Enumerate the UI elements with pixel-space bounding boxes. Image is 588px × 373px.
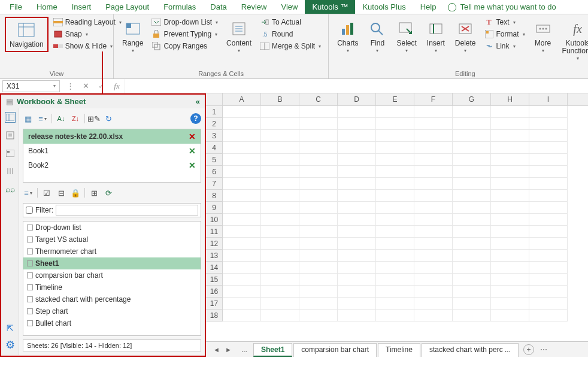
snap-button[interactable]: Snap [51, 29, 124, 40]
cell[interactable] [376, 178, 414, 190]
sheet-checkbox[interactable] [27, 236, 33, 242]
cell[interactable] [453, 166, 491, 178]
cell[interactable] [338, 166, 376, 178]
strip-autotext-icon[interactable] [5, 130, 16, 141]
sheet-tab[interactable]: comparsion bar chart [293, 343, 377, 357]
kutools-functions-button[interactable]: fxKutools Functions▾ [559, 17, 588, 64]
strip-workbook-icon[interactable] [5, 112, 16, 123]
cell[interactable] [414, 274, 453, 286]
cell[interactable] [299, 310, 338, 322]
column-header[interactable]: H [491, 93, 529, 105]
cell[interactable] [529, 166, 568, 178]
column-header[interactable]: E [376, 93, 414, 105]
row-header[interactable]: 2 [206, 118, 223, 130]
row-header[interactable]: 7 [206, 178, 223, 190]
cell[interactable] [223, 154, 261, 166]
cell[interactable] [261, 214, 299, 226]
cell[interactable] [376, 274, 414, 286]
cell[interactable] [261, 190, 299, 202]
cell[interactable] [261, 178, 299, 190]
wb-tools-icon[interactable]: ⊞✎ [89, 113, 99, 124]
cell[interactable] [223, 298, 261, 310]
cell[interactable] [299, 190, 338, 202]
row-header[interactable]: 17 [206, 298, 223, 310]
text-button[interactable]: TText [482, 17, 528, 28]
cell[interactable] [376, 142, 414, 154]
cell[interactable] [261, 166, 299, 178]
sheet-tabs-more[interactable]: ⋯ [535, 344, 552, 356]
cell[interactable] [453, 286, 491, 298]
cell[interactable] [491, 154, 529, 166]
tab-home[interactable]: Home [29, 0, 65, 14]
column-header[interactable]: I [529, 93, 568, 105]
sheet-nav[interactable]: ◄ ► [210, 346, 235, 353]
grid-rows[interactable]: 123456789101112131415161718 [206, 106, 588, 341]
cell[interactable] [453, 262, 491, 274]
cell[interactable] [223, 286, 261, 298]
sheet-checkbox[interactable] [27, 272, 33, 278]
column-header[interactable]: C [299, 93, 338, 105]
cell[interactable] [491, 166, 529, 178]
row-header[interactable]: 16 [206, 286, 223, 298]
sheet-list[interactable]: Drop-down listTarget VS actualThermomete… [23, 221, 201, 336]
sort-az-button[interactable]: A↓ [56, 113, 66, 124]
cell[interactable] [414, 142, 453, 154]
cell[interactable] [299, 178, 338, 190]
cell[interactable] [261, 262, 299, 274]
column-header[interactable]: A [223, 93, 261, 105]
cell[interactable] [261, 298, 299, 310]
insert-function-button[interactable]: fx [109, 81, 125, 91]
cell[interactable] [299, 154, 338, 166]
cell[interactable] [338, 154, 376, 166]
cell[interactable] [453, 142, 491, 154]
row-header[interactable]: 11 [206, 226, 223, 238]
cell[interactable] [223, 214, 261, 226]
sheet-tab[interactable]: stacked chart with perc ... [422, 343, 519, 357]
sheet-checkbox[interactable] [27, 284, 33, 290]
cell[interactable] [491, 310, 529, 322]
sheet-menu-icon[interactable]: ≡ [23, 187, 34, 198]
cell[interactable] [299, 142, 338, 154]
filter-checkbox[interactable] [26, 207, 33, 214]
delete-button[interactable]: Delete▾ [451, 17, 480, 56]
sheet-item[interactable]: comparsion bar chart [23, 269, 201, 281]
cell[interactable] [491, 190, 529, 202]
cell[interactable] [223, 250, 261, 262]
cell[interactable] [453, 226, 491, 238]
refresh-button[interactable]: ↻ [103, 113, 114, 124]
cell[interactable] [299, 118, 338, 130]
cell[interactable] [299, 106, 338, 118]
cell[interactable] [261, 130, 299, 142]
cell[interactable] [529, 298, 568, 310]
cell[interactable] [338, 142, 376, 154]
cell[interactable] [414, 106, 453, 118]
sheet-checkbox[interactable] [27, 320, 33, 326]
tab-help[interactable]: Help [413, 0, 444, 14]
merge-split-button[interactable]: Merge & Split [257, 41, 323, 51]
cell[interactable] [453, 310, 491, 322]
cell[interactable] [223, 166, 261, 178]
drag-handle-icon[interactable]: ▤ [6, 97, 13, 106]
sheet-item[interactable]: Target VS actual [23, 233, 201, 245]
sheet-item[interactable]: Bullet chart [23, 317, 201, 329]
name-box[interactable]: X31▾ [2, 80, 60, 92]
cell[interactable] [453, 298, 491, 310]
cell[interactable] [376, 166, 414, 178]
cell[interactable] [529, 178, 568, 190]
row-header[interactable]: 3 [206, 130, 223, 142]
sheet-tabs-overflow[interactable]: ... [237, 344, 252, 356]
cell[interactable] [338, 130, 376, 142]
row-header[interactable]: 1 [206, 106, 223, 118]
cell[interactable] [491, 286, 529, 298]
cell[interactable] [529, 238, 568, 250]
cell[interactable] [299, 214, 338, 226]
cell[interactable] [261, 274, 299, 286]
cell[interactable] [414, 214, 453, 226]
cell[interactable] [338, 178, 376, 190]
cell[interactable] [223, 178, 261, 190]
cell[interactable] [491, 106, 529, 118]
cell[interactable] [338, 274, 376, 286]
cell[interactable] [223, 226, 261, 238]
cell[interactable] [376, 202, 414, 214]
cell[interactable] [376, 286, 414, 298]
